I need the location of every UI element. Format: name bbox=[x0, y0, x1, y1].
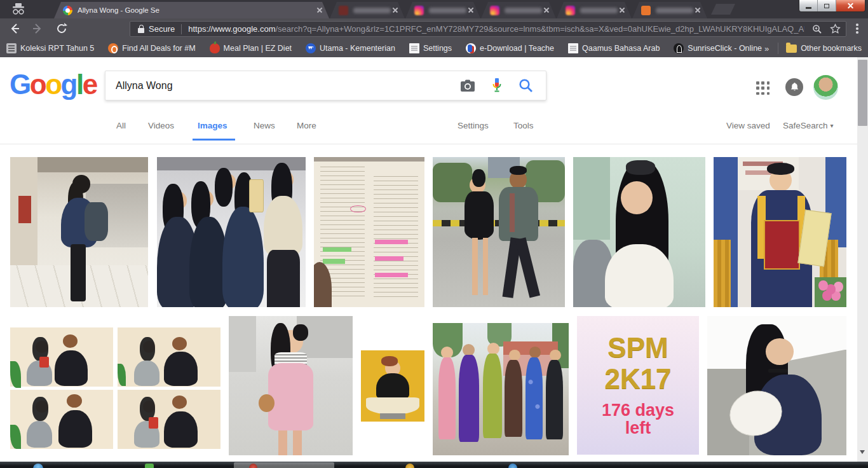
blurred-tab-title bbox=[580, 8, 618, 13]
bookmark-label: e-Download | Teache bbox=[480, 44, 554, 53]
search-box bbox=[105, 71, 546, 100]
news-icon bbox=[6, 43, 17, 53]
orange-deals-icon bbox=[108, 43, 118, 53]
scrollbar-thumb[interactable] bbox=[858, 60, 867, 126]
minimize-button[interactable] bbox=[799, 0, 818, 11]
bookmarks-bar: Koleksi RPT Tahun 5 Find All Deals for #… bbox=[0, 39, 868, 57]
tab-close-icon[interactable] bbox=[315, 6, 324, 15]
taskbar-app-icon bbox=[405, 464, 414, 468]
folder-icon bbox=[786, 45, 797, 53]
address-bar[interactable]: Secure https://www.google.com/search?q=A… bbox=[130, 21, 846, 37]
settings-menu[interactable]: Settings bbox=[458, 121, 489, 130]
tab-close-icon[interactable] bbox=[391, 6, 400, 15]
page-icon bbox=[568, 43, 578, 53]
blurred-tab-title bbox=[353, 8, 391, 13]
google-logo[interactable]: Google bbox=[10, 69, 97, 100]
bookmark-deals[interactable]: Find All Deals for #M bbox=[108, 43, 195, 53]
other-bookmarks-label: Other bookmarks bbox=[801, 44, 862, 53]
bookmark-label: Utama - Kementerian bbox=[320, 44, 395, 53]
tab-close-icon[interactable] bbox=[618, 6, 627, 15]
view-saved-link[interactable]: View saved bbox=[726, 121, 770, 130]
search-submit-icon[interactable] bbox=[519, 78, 533, 93]
close-button[interactable] bbox=[836, 0, 865, 11]
url-text: https://www.google.com/search?q=Allyna+W… bbox=[188, 24, 804, 34]
bookmark-label: Meal Plan | EZ Diet bbox=[224, 44, 292, 53]
bookmark-qaamus[interactable]: Qaamus Bahasa Arab bbox=[568, 43, 660, 53]
restore-button[interactable] bbox=[818, 0, 836, 11]
safesearch-dropdown[interactable]: SafeSearch▾ bbox=[783, 121, 834, 130]
security-label: Secure bbox=[149, 24, 175, 34]
bookmarks-separator bbox=[778, 43, 778, 54]
google-favicon-icon bbox=[63, 6, 72, 15]
bookmark-utama[interactable]: Utama - Kementerian bbox=[306, 43, 395, 53]
back-icon[interactable] bbox=[8, 22, 22, 36]
active-tab-underline bbox=[193, 139, 235, 141]
blurred-tab-title bbox=[656, 8, 693, 13]
image-result-1[interactable] bbox=[10, 157, 148, 307]
bookmark-label: Qaamus Bahasa Arab bbox=[582, 44, 660, 53]
bookmark-sunriseclick[interactable]: SunriseClick - Online bbox=[674, 43, 762, 53]
bookmarks-overflow-chevron[interactable]: » bbox=[764, 44, 769, 53]
tab-google-search[interactable]: Allyna Wong - Google Se bbox=[54, 2, 329, 18]
image-result-9[interactable] bbox=[361, 350, 424, 422]
image-result-5[interactable] bbox=[573, 157, 705, 307]
notifications-bell-icon[interactable] bbox=[785, 78, 803, 96]
bookmark-mealplan[interactable]: Meal Plan | EZ Diet bbox=[210, 43, 292, 53]
tools-menu[interactable]: Tools bbox=[513, 121, 534, 130]
tab-close-icon[interactable] bbox=[542, 6, 551, 15]
tab-close-icon[interactable] bbox=[693, 6, 702, 15]
chrome-menu-icon[interactable] bbox=[851, 23, 863, 34]
page-icon bbox=[409, 43, 419, 53]
tab-videos[interactable]: Videos bbox=[148, 121, 174, 130]
tab-news[interactable]: News bbox=[254, 121, 275, 130]
bookmark-label: SunriseClick - Online bbox=[688, 44, 762, 53]
tab-blurred-2[interactable] bbox=[405, 2, 480, 18]
bookmark-label: Koleksi RPT Tahun 5 bbox=[20, 44, 94, 53]
tab-blurred-5[interactable] bbox=[632, 2, 707, 18]
search-by-image-camera-icon[interactable] bbox=[460, 79, 475, 92]
image-result-spm-card[interactable]: SPM 2K17 176 days left bbox=[577, 316, 699, 455]
voice-search-mic-icon[interactable] bbox=[492, 78, 502, 93]
incognito-icon bbox=[10, 3, 27, 15]
chevron-down-icon: ▾ bbox=[831, 122, 834, 129]
account-avatar[interactable] bbox=[813, 75, 838, 100]
apple-icon bbox=[210, 43, 220, 53]
blurred-tab-title bbox=[505, 8, 542, 13]
browser-window: Allyna Wong - Google Se bbox=[0, 0, 868, 468]
bookmark-edownload[interactable]: e-Download | Teache bbox=[466, 43, 554, 53]
tab-close-icon[interactable] bbox=[466, 6, 475, 15]
secure-lock-icon[interactable] bbox=[138, 25, 144, 33]
image-result-8[interactable] bbox=[229, 316, 353, 455]
taskbar-app-icon bbox=[508, 464, 517, 468]
image-result-3[interactable] bbox=[314, 157, 424, 307]
image-result-2[interactable] bbox=[157, 157, 306, 307]
tab-all[interactable]: All bbox=[116, 121, 126, 130]
image-result-12[interactable] bbox=[707, 316, 846, 455]
image-result-6[interactable] bbox=[714, 157, 846, 307]
omnibox-separator bbox=[181, 24, 182, 34]
scrollbar-down-arrow-icon[interactable] bbox=[860, 450, 865, 454]
image-result-10[interactable] bbox=[433, 323, 569, 455]
other-bookmarks-button[interactable]: Other bookmarks bbox=[786, 44, 862, 53]
google-apps-grid-icon[interactable] bbox=[756, 81, 770, 95]
page-scrollbar[interactable] bbox=[857, 57, 868, 462]
bookmark-settings[interactable]: Settings bbox=[409, 43, 452, 53]
tab-more[interactable]: More bbox=[297, 121, 316, 130]
tab-images[interactable]: Images bbox=[198, 121, 227, 130]
spm-title: SPM bbox=[607, 333, 668, 362]
bookmark-koleksi[interactable]: Koleksi RPT Tahun 5 bbox=[6, 43, 94, 53]
zoom-level-icon[interactable] bbox=[812, 24, 822, 34]
tab-blurred-4[interactable] bbox=[557, 2, 632, 18]
image-result-7[interactable] bbox=[10, 327, 220, 449]
windows-taskbar[interactable] bbox=[0, 462, 868, 468]
tab-blurred-1[interactable] bbox=[330, 2, 405, 18]
search-input[interactable] bbox=[105, 71, 460, 100]
image-result-4[interactable] bbox=[433, 157, 565, 307]
bookmark-star-icon[interactable] bbox=[830, 24, 841, 34]
new-tab-button[interactable] bbox=[711, 4, 735, 15]
forward-icon[interactable] bbox=[31, 22, 44, 36]
spm-countdown: 176 days left bbox=[600, 401, 676, 437]
reload-icon[interactable] bbox=[55, 22, 69, 36]
tab-blurred-3[interactable] bbox=[481, 2, 556, 18]
edownload-icon bbox=[466, 43, 476, 53]
